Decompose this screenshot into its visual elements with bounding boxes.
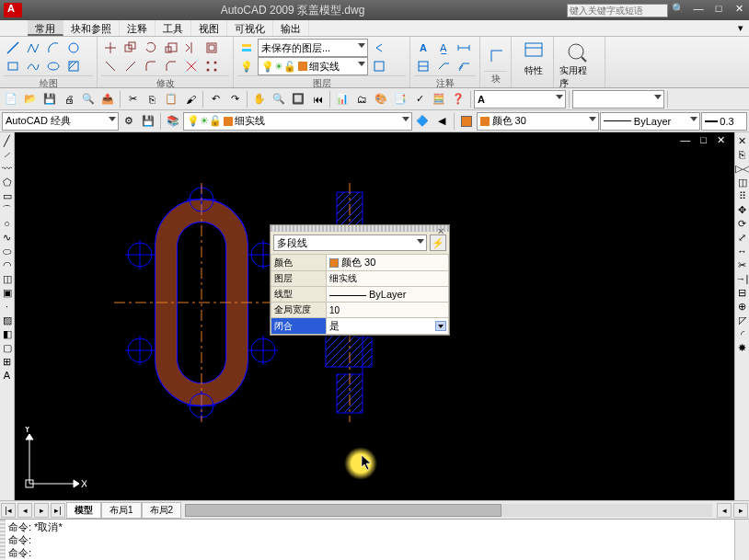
rt-array-icon[interactable]: ⠿ — [736, 189, 749, 202]
tab-block[interactable]: 块和参照 — [63, 20, 120, 36]
properties-palette[interactable]: ✕ 多段线 ⚡ 颜色颜色 30 图层细实线 线型ByLayer 全局宽度10 闭… — [270, 224, 450, 336]
help-search-input[interactable] — [567, 4, 668, 17]
palette-type-combo[interactable]: 多段线 — [273, 234, 427, 251]
rt-fillet-icon[interactable]: ◜ — [736, 327, 749, 340]
lt-point-icon[interactable]: · — [1, 300, 14, 313]
tab-output[interactable]: 输出 — [273, 20, 309, 36]
lt-arc-icon[interactable]: ⌒ — [1, 203, 14, 216]
lt-insert-icon[interactable]: ◫ — [1, 272, 14, 285]
lt-pline-icon[interactable]: 〰 — [1, 162, 14, 175]
rt-rotate-icon[interactable]: ⟳ — [736, 217, 749, 230]
modeltab-layout2[interactable]: 布局2 — [142, 502, 182, 519]
hscroll-thumb[interactable] — [185, 504, 501, 517]
new-icon[interactable]: 📄 — [2, 90, 20, 109]
arc-icon[interactable] — [44, 39, 63, 57]
lt-spline-icon[interactable]: ∿ — [1, 231, 14, 244]
zoom-win-icon[interactable]: 🔲 — [289, 90, 307, 109]
dim-icon[interactable] — [455, 39, 473, 57]
spline-icon[interactable] — [24, 57, 42, 75]
rt-stretch-icon[interactable]: ↔ — [736, 245, 749, 257]
pline-icon[interactable] — [24, 39, 42, 57]
pan-icon[interactable]: ✋ — [250, 90, 269, 109]
lineweight-combo[interactable]: 0.3 — [701, 112, 747, 131]
undo-icon[interactable]: ↶ — [206, 90, 225, 109]
copy-clip-icon[interactable]: ⎘ — [143, 90, 161, 109]
dimstyle-combo[interactable] — [572, 90, 664, 109]
mirror-icon[interactable] — [182, 39, 201, 57]
hscroll-right-icon[interactable]: ▸ — [733, 503, 748, 518]
explode-icon[interactable] — [182, 57, 201, 75]
layer-prev-icon[interactable] — [370, 39, 388, 57]
color-icon[interactable] — [457, 112, 476, 131]
ellipse-icon[interactable] — [44, 57, 63, 75]
rt-break-icon[interactable]: ⊟ — [736, 286, 749, 299]
rt-copy-icon[interactable]: ⎘ — [736, 148, 749, 161]
rt-offset-icon[interactable]: ◫ — [736, 176, 749, 189]
tab-annotate[interactable]: 注释 — [120, 20, 156, 36]
qcalc-icon[interactable]: 🧮 — [430, 90, 448, 109]
line-icon[interactable] — [4, 39, 22, 57]
rt-trim-icon[interactable]: ✂ — [736, 258, 749, 271]
save-icon[interactable]: 💾 — [40, 90, 59, 109]
mark-icon[interactable]: ✓ — [410, 90, 429, 109]
preview-icon[interactable]: 🔍 — [79, 90, 98, 109]
ribbon-dropdown[interactable]: ▾ — [732, 20, 749, 36]
circle-icon[interactable] — [64, 39, 83, 57]
app-logo[interactable] — [4, 3, 22, 17]
canvas-win-controls[interactable]: — □ ✕ — [680, 134, 729, 146]
lt-circle-icon[interactable]: ○ — [1, 217, 14, 230]
layer-combo-2[interactable]: 💡☀🔓 细实线 — [183, 112, 412, 131]
tab-view[interactable]: 视图 — [191, 20, 227, 36]
palette-close-icon[interactable]: ✕ — [435, 226, 446, 237]
leader-icon[interactable] — [434, 57, 453, 75]
lt-text-icon[interactable]: A — [1, 369, 14, 382]
props-tb-icon[interactable]: 📊 — [333, 90, 351, 109]
lt-ellipse-icon[interactable]: ⬭ — [1, 245, 14, 257]
redo-icon[interactable]: ↷ — [225, 90, 244, 109]
rt-move-icon[interactable]: ✥ — [736, 203, 749, 216]
lt-block-icon[interactable]: ▣ — [1, 286, 14, 299]
rt-erase-icon[interactable]: ✕ — [736, 134, 749, 147]
match-icon[interactable]: 🖌 — [181, 90, 200, 109]
tab-first-icon[interactable]: |◂ — [1, 503, 16, 518]
layerprev-icon[interactable]: ◀ — [432, 112, 451, 131]
hatch-icon[interactable] — [64, 57, 83, 75]
ws-settings-icon[interactable]: ⚙ — [120, 112, 138, 131]
tab-tools[interactable]: 工具 — [156, 20, 191, 36]
lt-table-icon[interactable]: ⊞ — [1, 355, 14, 368]
minimize-button[interactable]: — — [689, 3, 708, 17]
chevron-down-icon[interactable] — [435, 321, 446, 331]
tab-next-icon[interactable]: ▸ — [34, 503, 49, 518]
modeltab-layout1[interactable]: 布局1 — [101, 502, 142, 519]
copy-icon[interactable] — [121, 39, 140, 57]
drawing-canvas[interactable]: — □ ✕ — [15, 132, 734, 500]
lt-region-icon[interactable]: ▢ — [1, 341, 14, 354]
trim-icon[interactable] — [101, 57, 120, 75]
properties-button[interactable]: 特性 — [515, 39, 552, 79]
hscroll-left-icon[interactable]: ◂ — [717, 503, 732, 518]
layer-manager-icon[interactable] — [237, 39, 256, 57]
zoom-prev-icon[interactable]: ⏮ — [308, 90, 327, 109]
search-icon[interactable]: 🔍 — [669, 3, 687, 17]
extend-icon[interactable] — [121, 57, 140, 75]
layer-freeze-icon[interactable]: 💡 — [237, 57, 256, 75]
linetype-combo[interactable]: ByLayer — [600, 112, 700, 131]
layerstate-combo[interactable]: 未保存的图层... — [258, 39, 368, 57]
move-icon[interactable] — [101, 39, 120, 57]
close-button[interactable]: ✕ — [730, 3, 748, 17]
rt-scale-icon[interactable]: ⤢ — [736, 231, 749, 244]
text-icon[interactable]: A — [414, 39, 432, 57]
hscroll[interactable] — [185, 504, 712, 517]
dc-icon[interactable]: 🗂 — [352, 90, 371, 109]
fillet-icon[interactable] — [142, 57, 160, 75]
lt-rect-icon[interactable]: ▭ — [1, 189, 14, 202]
open-icon[interactable]: 📂 — [21, 90, 40, 109]
layer-mgr2-icon[interactable]: 📚 — [164, 112, 182, 131]
zoom-rt-icon[interactable]: 🔍 — [270, 90, 288, 109]
tab-visualize[interactable]: 可视化 — [227, 20, 273, 36]
layer-combo[interactable]: 💡☀🔓 细实线 — [258, 57, 368, 75]
ssm-icon[interactable]: 📑 — [391, 90, 409, 109]
table-icon[interactable] — [414, 57, 432, 75]
palette-grip[interactable] — [271, 225, 449, 232]
command-line[interactable]: 命令: *取消* 命令: 命令: — [6, 520, 734, 560]
